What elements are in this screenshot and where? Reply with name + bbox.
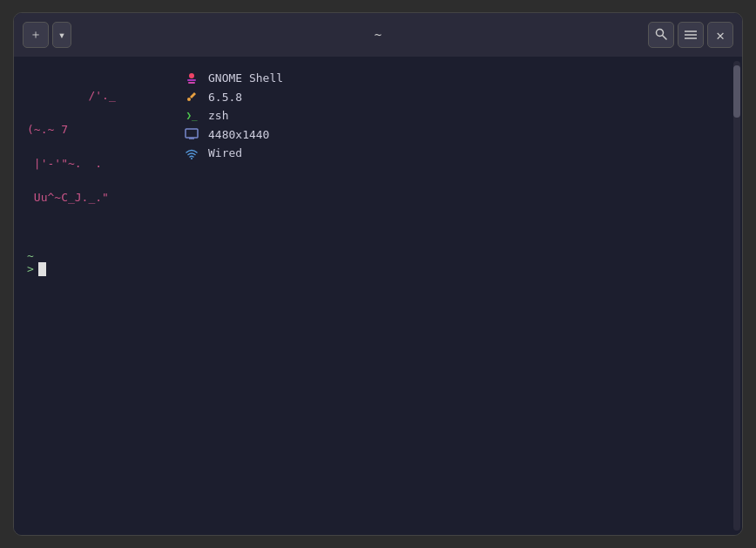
network-label: Wired bbox=[208, 145, 242, 162]
svg-point-13 bbox=[191, 158, 192, 159]
svg-point-6 bbox=[189, 73, 194, 78]
info-row-network: Wired bbox=[184, 145, 283, 162]
prompt-line: > bbox=[27, 262, 729, 276]
search-button[interactable] bbox=[648, 22, 674, 48]
hamburger-icon bbox=[685, 28, 697, 42]
chevron-down-icon: ▾ bbox=[58, 28, 65, 42]
shell-icon: ❯_ bbox=[184, 108, 199, 124]
titlebar-right: ✕ bbox=[648, 22, 733, 48]
ascii-art: /'._ (~.~ 7 |'-'"~. . Uu^~C_J._." bbox=[27, 70, 166, 223]
search-icon bbox=[655, 28, 667, 43]
wifi-icon bbox=[184, 145, 199, 161]
titlebar-left: ＋ ▾ bbox=[23, 22, 71, 48]
gnome-label: GNOME Shell bbox=[208, 70, 283, 87]
menu-button[interactable] bbox=[678, 22, 704, 48]
tilde-text: ~ bbox=[27, 249, 34, 262]
prompt-arrow: > bbox=[27, 262, 34, 275]
display-icon bbox=[184, 126, 199, 142]
scrollbar-thumb[interactable] bbox=[733, 65, 740, 118]
wrench-icon bbox=[184, 89, 199, 105]
svg-rect-10 bbox=[186, 129, 198, 138]
terminal-window: ＋ ▾ ~ bbox=[13, 12, 743, 536]
version-label: 6.5.8 bbox=[208, 89, 242, 106]
window-title: ~ bbox=[375, 28, 381, 42]
prompt-tilde: ~ bbox=[27, 249, 729, 262]
plus-icon: ＋ bbox=[30, 27, 42, 43]
titlebar: ＋ ▾ ~ bbox=[14, 13, 742, 57]
info-row-shell: ❯_ zsh bbox=[184, 107, 283, 125]
dropdown-button[interactable]: ▾ bbox=[52, 22, 71, 48]
cursor bbox=[38, 262, 46, 276]
close-icon: ✕ bbox=[716, 27, 725, 44]
svg-point-9 bbox=[187, 98, 191, 101]
scrollbar[interactable] bbox=[733, 61, 740, 531]
resolution-label: 4480x1440 bbox=[208, 126, 269, 144]
close-button[interactable]: ✕ bbox=[707, 22, 733, 48]
svg-rect-8 bbox=[188, 82, 195, 84]
terminal-body[interactable]: /'._ (~.~ 7 |'-'"~. . Uu^~C_J._." GNOME … bbox=[14, 57, 742, 535]
svg-line-1 bbox=[663, 35, 667, 39]
system-info: GNOME Shell 6.5.8 ❯_ zsh bbox=[184, 70, 283, 223]
info-row-version: 6.5.8 bbox=[184, 89, 283, 106]
svg-rect-7 bbox=[187, 79, 196, 81]
neofetch-output: /'._ (~.~ 7 |'-'"~. . Uu^~C_J._." GNOME … bbox=[27, 70, 729, 223]
info-row-gnome: GNOME Shell bbox=[184, 70, 283, 87]
gnome-icon bbox=[184, 71, 199, 86]
new-tab-button[interactable]: ＋ bbox=[23, 22, 49, 48]
shell-label: zsh bbox=[208, 107, 228, 125]
info-row-resolution: 4480x1440 bbox=[184, 126, 283, 144]
